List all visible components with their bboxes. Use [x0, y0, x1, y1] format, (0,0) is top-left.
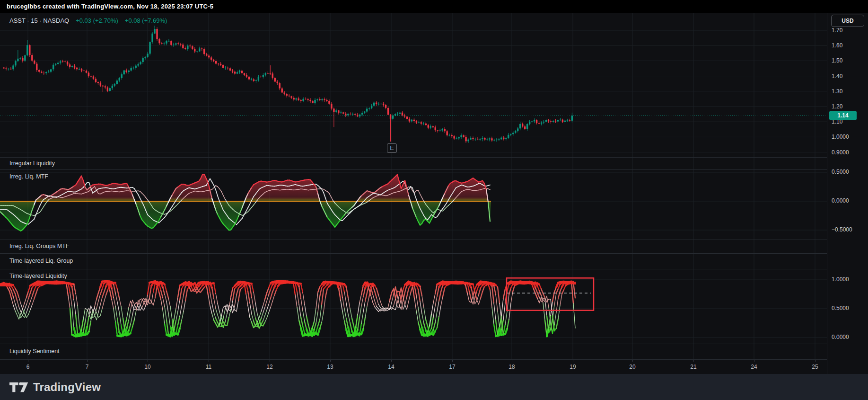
brand[interactable]: TradingView	[9, 380, 101, 394]
time-tick-mark	[148, 360, 148, 362]
time-label-25: 25	[812, 364, 818, 370]
irreg-liq-mtf-plot[interactable]	[0, 170, 827, 240]
price-tick-1.30: 1.30	[832, 88, 842, 95]
price-tick-1.0000: 1.0000	[832, 133, 849, 140]
pane-title-time-layered-liq-group: Time-layered Liq. Group	[9, 258, 73, 264]
change-value-2: +0.08 (+7.69%)	[125, 17, 167, 24]
time-tick-mark	[693, 360, 694, 362]
pane-liquidity-sentiment[interactable]: Liquidity Sentiment	[0, 344, 827, 359]
price-axis[interactable]: USD 1.701.601.501.401.301.201.101.00000.…	[827, 13, 868, 374]
time-tick-mark	[512, 360, 512, 362]
attribution-text: brucegibbs created with TradingView.com,…	[7, 3, 213, 10]
symbol-title: ASST · 15 · NASDAQ	[9, 17, 69, 24]
pane-title-irregular-liquidity: Irregular Liquidity	[9, 160, 55, 167]
time-label-13: 13	[327, 364, 333, 370]
time-layered-liquidity-plot[interactable]	[0, 269, 827, 344]
time-label-10: 10	[144, 364, 150, 370]
time-label-20: 20	[629, 364, 635, 370]
time-label-18: 18	[509, 364, 515, 370]
mtf-tick-0.0000: 0.0000	[832, 197, 849, 204]
price-tick-1.40: 1.40	[832, 73, 842, 80]
footer-bar: TradingView	[0, 374, 868, 400]
time-tick-mark	[87, 360, 88, 362]
time-label-12: 12	[266, 364, 272, 370]
attribution-bar: brucegibbs created with TradingView.com,…	[0, 0, 868, 13]
time-tick-mark	[209, 360, 209, 362]
pane-irreg-liq-mtf[interactable]: Irreg. Liq. MTF	[0, 169, 827, 240]
pane-title-irreg-liq-mtf: Irreg. Liq. MTF	[9, 173, 48, 180]
pane-title-liquidity-sentiment: Liquidity Sentiment	[9, 348, 60, 355]
time-label-19: 19	[570, 364, 576, 370]
chart-plot-area: ASST · 15 · NASDAQ +0.03 (+2.70%) +0.08 …	[0, 13, 827, 374]
price-tick-1.70: 1.70	[832, 27, 842, 34]
liquidity-sentiment-plot[interactable]	[0, 344, 827, 360]
irreg-liq-groups-plot[interactable]	[0, 240, 827, 254]
symbol-legend[interactable]: ASST · 15 · NASDAQ +0.03 (+2.70%) +0.08 …	[9, 17, 167, 24]
time-label-24: 24	[751, 364, 757, 370]
time-label-17: 17	[449, 364, 455, 370]
time-label-14: 14	[388, 364, 394, 370]
tl-tick-0.0000: 0.0000	[832, 334, 849, 340]
pane-title-irreg-liq-groups-mtf: Irreg. Liq. Groups MTF	[9, 243, 69, 249]
time-tick-mark	[452, 360, 453, 362]
time-tick-mark	[391, 360, 392, 362]
price-tick-1.20: 1.20	[832, 103, 842, 110]
time-tick-mark	[815, 360, 815, 362]
pane-title-time-layered-liquidity: Time-layered Liquidity	[9, 273, 67, 279]
irregular-liquidity-plot[interactable]	[0, 158, 827, 170]
time-tick-mark	[330, 360, 331, 362]
time-tick-mark	[632, 360, 633, 362]
time-tick-mark	[28, 360, 28, 362]
brand-text: TradingView	[33, 381, 101, 394]
tradingview-logo-icon	[9, 380, 28, 394]
time-label-21: 21	[690, 364, 696, 370]
price-tick-1.50: 1.50	[832, 57, 842, 64]
earnings-marker[interactable]: E	[387, 143, 397, 153]
pane-time-layered-liq-group[interactable]: Time-layered Liq. Group	[0, 253, 827, 269]
pane-main-price[interactable]: ASST · 15 · NASDAQ +0.03 (+2.70%) +0.08 …	[0, 13, 827, 157]
time-label-6: 6	[26, 364, 30, 370]
time-label-11: 11	[206, 364, 211, 370]
time-label-7: 7	[86, 364, 89, 370]
last-price-badge: 1.14	[829, 111, 857, 120]
currency-toggle-button[interactable]: USD	[831, 15, 864, 27]
time-axis[interactable]: 67101112131417181920212425	[0, 359, 827, 374]
mtf-tick-0.5000: 0.5000	[832, 169, 849, 175]
change-value-1: +0.03 (+2.70%)	[76, 17, 118, 24]
candlestick-chart[interactable]	[0, 13, 827, 157]
time-tick-mark	[270, 360, 270, 362]
time-tick-mark	[573, 360, 573, 362]
price-tick-1.60: 1.60	[832, 42, 842, 49]
tl-tick-0.5000: 0.5000	[832, 305, 849, 311]
tradingview-snapshot: brucegibbs created with TradingView.com,…	[0, 0, 868, 400]
mtf-tick-−0.5000: −0.5000	[832, 226, 852, 233]
price-tick-0.9000: 0.9000	[832, 149, 849, 156]
pane-irregular-liquidity[interactable]: Irregular Liquidity	[0, 157, 827, 169]
tl-tick-1.0000: 1.0000	[832, 276, 849, 283]
time-tick-mark	[754, 360, 754, 362]
pane-irreg-liq-groups-mtf[interactable]: Irreg. Liq. Groups MTF	[0, 240, 827, 253]
time-layered-liq-group-plot[interactable]	[0, 254, 827, 269]
pane-time-layered-liquidity[interactable]: Time-layered Liquidity	[0, 269, 827, 344]
